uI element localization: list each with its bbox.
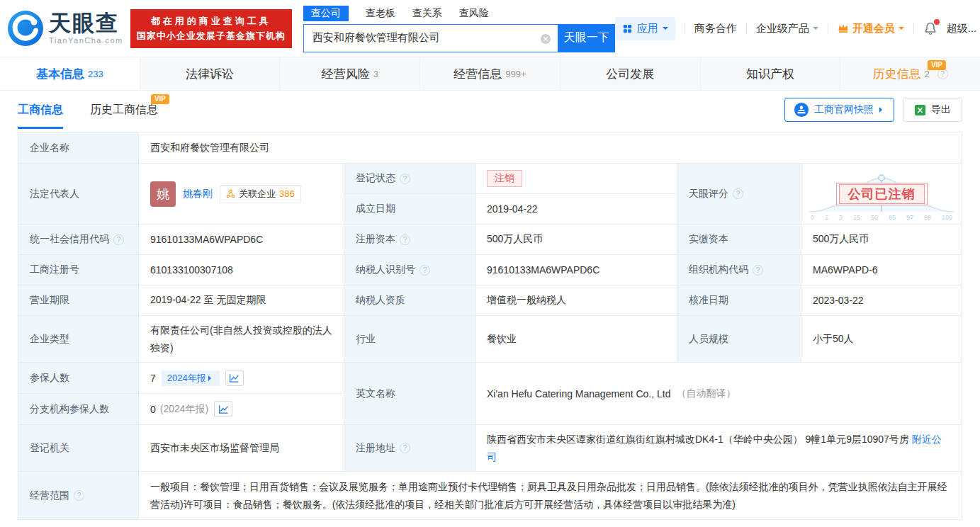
divider: [685, 23, 685, 34]
field-label-company-type: 企业类型: [18, 316, 139, 363]
chevron-down-icon: [899, 27, 904, 33]
help-icon[interactable]: ?: [400, 234, 410, 245]
status-badge: 注销: [487, 170, 522, 187]
field-label-address: 注册地址?: [344, 425, 475, 472]
field-label-staff-size: 人员规模: [677, 316, 801, 363]
search-button[interactable]: 天眼一下: [558, 24, 615, 52]
legal-rep-name-link[interactable]: 姚春刚: [183, 188, 213, 200]
brand-slogan: 都在用的商业查询工具 国家中小企业发展子基金旗下机构: [130, 9, 292, 48]
subtab-history-registration[interactable]: 历史工商信息 VIP: [90, 91, 158, 129]
help-icon[interactable]: ?: [74, 490, 84, 501]
brand-name: 天眼查: [49, 12, 123, 34]
field-label-legal-rep: 法定代表人: [18, 164, 139, 225]
company-tabs: 基本信息233 法律诉讼 经营风险3 经营信息999+ 公司发展 知识产权 VI…: [0, 57, 980, 91]
field-label-reg-authority: 登记机关: [18, 425, 139, 472]
help-icon[interactable]: ?: [753, 265, 763, 276]
field-value-address: 陕西省西安市未央区谭家街道红旗街红旗村城改DK4-1（华岭中央公园） 9幢1单元…: [475, 425, 962, 472]
divider: [913, 23, 914, 34]
field-label-branch-insured: 分支机构参保人数: [18, 394, 139, 425]
field-value-english-name: Xi'an Hefu Catering Management Co., Ltd …: [475, 363, 962, 425]
active-tab-underline: [18, 127, 63, 129]
tab-legal-proceedings[interactable]: 法律诉讼: [140, 57, 281, 90]
field-value-paid-capital: 500万人民币: [801, 225, 962, 255]
divider: [746, 23, 747, 34]
field-value-org-code: MA6WPAPD-6: [801, 255, 962, 285]
brand-domain: TianYanCha.com: [49, 37, 123, 45]
tab-business-risk[interactable]: 经营风险3: [280, 57, 420, 90]
notifications-bell-icon[interactable]: [923, 21, 937, 35]
search-tab-relation[interactable]: 查关系: [412, 7, 442, 20]
search-tab-company[interactable]: 查公司: [303, 6, 349, 21]
divider: [828, 23, 828, 34]
field-value-company-type: 有限责任公司(非自然人投资或控股的法人独资): [139, 316, 344, 363]
help-icon[interactable]: ?: [113, 234, 124, 245]
vip-badge: VIP: [151, 94, 169, 104]
crown-icon: [838, 23, 849, 33]
network-icon: [226, 189, 235, 198]
field-value-taxpayer-quality: 增值税一般纳税人: [475, 285, 677, 316]
annual-report-badge[interactable]: 2024年报: [162, 370, 220, 386]
field-label-establish-date: 成立日期: [344, 194, 475, 225]
tab-history-info[interactable]: VIP 历史信息2 ?: [840, 57, 980, 90]
tab-intellectual-property[interactable]: 知识产权: [701, 57, 841, 90]
apps-menu[interactable]: 应用: [615, 17, 675, 40]
open-vip-button[interactable]: 开通会员: [838, 22, 904, 35]
legal-rep-avatar[interactable]: 姚: [150, 181, 176, 207]
tianyancha-logo[interactable]: 天眼查 TianYanCha.com: [7, 10, 123, 47]
header-nav: 应用 商务合作 企业级产品 开通会员 超级...: [615, 17, 980, 40]
field-label-reg-number: 工商注册号: [18, 255, 139, 285]
user-menu[interactable]: 超级...: [947, 22, 977, 35]
field-label-company-name: 企业名称: [18, 132, 139, 164]
help-icon[interactable]: ?: [400, 174, 410, 184]
chevron-right-icon: [879, 107, 885, 113]
clear-search-icon[interactable]: [540, 33, 551, 47]
subtab-bar: 工商信息 历史工商信息 VIP 工商官网快照 导出: [0, 91, 980, 129]
search-tab-risk[interactable]: 查风险: [459, 7, 489, 20]
field-label-credit-code: 统一社会信用代码?: [18, 225, 139, 255]
field-value-approval-date: 2023-03-22: [801, 285, 962, 316]
search-input[interactable]: [304, 25, 558, 52]
deregistered-stamp: 公司已注销: [836, 183, 928, 205]
field-value-industry: 餐饮业: [475, 316, 677, 363]
tab-business-info[interactable]: 经营信息999+: [420, 57, 561, 90]
export-button[interactable]: 导出: [903, 98, 962, 122]
field-value-establish-date: 2019-04-22: [475, 194, 677, 225]
subtab-business-registration[interactable]: 工商信息: [18, 91, 63, 129]
branch-insured-trend-chart-icon[interactable]: [214, 401, 232, 417]
field-label-business-term: 营业期限: [18, 285, 139, 316]
excel-icon: [914, 104, 926, 116]
field-value-reg-capital: 500万人民币: [475, 225, 677, 255]
field-value-legal-rep: 姚 姚春刚 关联企业 386: [139, 164, 344, 225]
tab-basic-info[interactable]: 基本信息233: [0, 57, 140, 90]
insured-trend-chart-icon[interactable]: [225, 370, 244, 386]
field-label-reg-status: 登记状态?: [344, 164, 475, 194]
help-icon[interactable]: ?: [733, 188, 743, 199]
help-icon[interactable]: ?: [419, 265, 430, 276]
field-value-credit-code: 91610133MA6WPAPD6C: [139, 225, 344, 255]
tianyancha-logo-icon: [7, 10, 44, 47]
vip-badge: VIP: [928, 60, 946, 70]
field-value-tyc-score: 0131550859799100 公司已注销: [801, 164, 962, 225]
search-tab-boss[interactable]: 查老板: [366, 7, 395, 20]
field-value-company-name: 西安和府餐饮管理有限公司: [139, 132, 962, 164]
chevron-down-icon: [663, 27, 668, 33]
nav-enterprise-products[interactable]: 企业级产品: [756, 22, 818, 35]
field-label-reg-capital: 注册资本?: [344, 225, 475, 255]
business-info-table: 企业名称 西安和府餐饮管理有限公司 法定代表人 姚 姚春刚 关联企业 386 登…: [18, 132, 962, 520]
apps-grid-icon: [622, 23, 633, 34]
nav-cooperation[interactable]: 商务合作: [694, 22, 737, 35]
field-value-business-scope: 一般项目：餐饮管理；日用百货销售；会议及展览服务；单用途商业预付卡代理销售；厨具…: [139, 472, 962, 519]
stamp-icon: [794, 102, 809, 118]
related-companies-badge[interactable]: 关联企业 386: [220, 185, 301, 203]
official-snapshot-button[interactable]: 工商官网快照: [784, 98, 894, 122]
field-label-business-scope: 经营范围?: [18, 472, 139, 519]
help-icon[interactable]: ?: [400, 443, 410, 453]
field-label-paid-capital: 实缴资本: [677, 225, 801, 255]
field-label-org-code: 组织机构代码?: [677, 255, 801, 285]
field-value-taxpayer-id: 91610133MA6WPAPD6C: [475, 255, 677, 285]
field-label-taxpayer-quality: 纳税人资质: [344, 285, 475, 316]
field-label-english-name: 英文名称: [344, 363, 475, 425]
field-value-staff-size: 小于50人: [801, 316, 962, 363]
site-header: 天眼查 TianYanCha.com 都在用的商业查询工具 国家中小企业发展子基…: [0, 0, 980, 57]
tab-company-development[interactable]: 公司发展: [561, 57, 701, 90]
